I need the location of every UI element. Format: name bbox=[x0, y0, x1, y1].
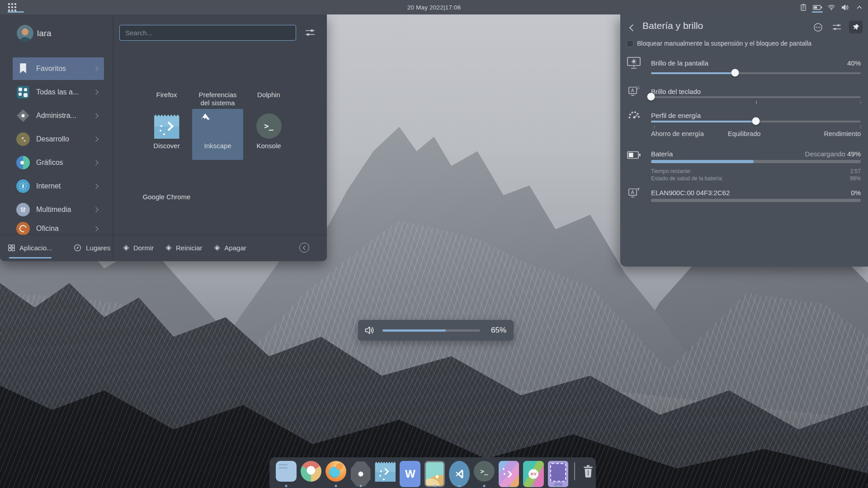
dock-item-screen-tool[interactable] bbox=[548, 461, 568, 487]
chevron-right-icon bbox=[93, 66, 98, 71]
profile-stop-rendimiento[interactable]: Rendimiento bbox=[824, 130, 861, 137]
app-google-chrome[interactable]: Google Chrome bbox=[141, 160, 192, 211]
dock-item-system-settings[interactable] bbox=[350, 461, 371, 487]
dock-item-konsole[interactable]: >_ bbox=[474, 461, 495, 487]
sidebar-item-label: Desarrollo bbox=[36, 135, 69, 143]
dock-item-kdenlive[interactable] bbox=[499, 461, 519, 487]
kvantum-icon: KV bbox=[523, 461, 543, 487]
shutdown-icon bbox=[214, 245, 220, 251]
volume-slider[interactable] bbox=[382, 329, 480, 332]
app-konsole[interactable]: >_ Konsole bbox=[243, 109, 294, 160]
time-remaining-label: Tiempo restante: bbox=[651, 168, 692, 174]
sidebar-item-todas-las-aplicaciones[interactable]: Todas las a... bbox=[13, 81, 104, 103]
system-settings-icon bbox=[350, 461, 371, 487]
tab-aplicaciones[interactable]: Aplicacio... bbox=[8, 235, 52, 261]
dock-item-vscode[interactable] bbox=[449, 461, 469, 487]
slider-handle[interactable] bbox=[752, 117, 760, 125]
dock-item-w-app[interactable]: W bbox=[400, 461, 420, 487]
app-label: Firefox bbox=[156, 91, 177, 99]
battery-progress bbox=[651, 160, 861, 163]
running-indicator bbox=[483, 485, 485, 487]
lock-suspend-checkbox[interactable]: Bloquear manualmente la suspensión y el … bbox=[627, 40, 811, 47]
dock-item-google-chrome[interactable] bbox=[301, 461, 321, 487]
bookmark-icon bbox=[16, 62, 30, 75]
development-icon bbox=[16, 132, 30, 146]
app-dolphin[interactable]: Dolphin bbox=[243, 58, 294, 109]
dolphin-icon bbox=[276, 461, 297, 482]
sidebar-item-internet[interactable]: Internet bbox=[13, 175, 104, 197]
time-remaining-value: 2:57 bbox=[850, 168, 861, 174]
app-firefox[interactable]: Firefox bbox=[141, 58, 192, 109]
slider-handle[interactable] bbox=[731, 69, 739, 77]
configure-button[interactable] bbox=[830, 21, 844, 33]
chevron-right-icon bbox=[93, 113, 98, 118]
sidebar-item-desarrollo[interactable]: Desarrollo bbox=[13, 128, 104, 150]
sleep-button[interactable]: Dormir bbox=[123, 244, 154, 252]
running-indicator bbox=[434, 485, 436, 487]
dock-item-dolphin[interactable] bbox=[276, 461, 297, 487]
expand-tray-icon[interactable] bbox=[854, 0, 864, 14]
power-profile-icon bbox=[627, 108, 641, 122]
wifi-icon[interactable] bbox=[826, 0, 836, 14]
discover-icon bbox=[375, 461, 396, 482]
tab-lugares[interactable]: Lugares bbox=[74, 235, 110, 261]
dock-separator bbox=[574, 462, 575, 480]
clipboard-icon[interactable] bbox=[798, 0, 808, 14]
pin-button[interactable] bbox=[849, 21, 863, 33]
battery-tray-icon[interactable] bbox=[812, 0, 822, 14]
shutdown-button[interactable]: Apagar bbox=[214, 244, 246, 252]
panel-actions bbox=[811, 21, 863, 33]
app-inkscape[interactable]: Inkscape bbox=[192, 109, 243, 160]
peripheral-keyboard-icon: A bbox=[627, 186, 641, 200]
more-options-button[interactable] bbox=[811, 21, 825, 33]
trash-icon bbox=[583, 465, 594, 478]
internet-icon bbox=[16, 179, 30, 193]
konsole-icon: >_ bbox=[474, 461, 495, 482]
dock-item-trash[interactable] bbox=[580, 461, 596, 482]
sidebar-item-label: Favoritos bbox=[36, 65, 66, 73]
dock-item-kvantum[interactable]: KV bbox=[523, 461, 543, 487]
konsole-icon: >_ bbox=[256, 113, 282, 139]
peripheral-progress bbox=[651, 199, 861, 202]
keyboard-brightness-slider[interactable] bbox=[651, 93, 861, 100]
battery-health-label: Estado de salud de la batería: bbox=[651, 175, 723, 182]
search-input[interactable] bbox=[119, 25, 296, 41]
dock-item-gwenview[interactable] bbox=[425, 461, 445, 487]
running-indicator bbox=[285, 485, 288, 487]
battery-health-value: 96% bbox=[850, 175, 861, 182]
sidebar-item-favoritos[interactable]: Favoritos bbox=[13, 57, 104, 80]
speaker-icon bbox=[364, 325, 375, 335]
avatar[interactable] bbox=[17, 25, 33, 42]
graphics-icon bbox=[16, 156, 30, 169]
app-discover[interactable]: Discover bbox=[141, 109, 192, 160]
dock-item-firefox[interactable] bbox=[326, 461, 346, 487]
battery-status: Descargando 49% bbox=[805, 150, 861, 158]
restart-button[interactable]: Reiniciar bbox=[165, 244, 202, 252]
dock: W >_ KV bbox=[269, 457, 596, 488]
clock[interactable]: 20 May 2022|17:06 bbox=[0, 0, 868, 14]
svg-text:A: A bbox=[631, 88, 634, 93]
vscode-icon bbox=[449, 461, 469, 487]
checkbox bbox=[627, 40, 633, 47]
back-button[interactable] bbox=[627, 22, 637, 33]
running-indicator bbox=[335, 485, 337, 487]
session-actions: Dormir Reiniciar Apagar bbox=[123, 235, 246, 261]
app-preferencias-del-sistema[interactable]: Preferencias del sistema bbox=[192, 58, 243, 109]
sidebar-item-label: Oficina bbox=[36, 225, 59, 233]
sidebar-item-graficos[interactable]: Gráficos bbox=[13, 151, 104, 174]
collapse-button[interactable] bbox=[299, 243, 309, 253]
screen-brightness-label: Brillo de la pantalla bbox=[651, 59, 708, 67]
battery-icon bbox=[627, 148, 641, 162]
power-profile-slider[interactable] bbox=[651, 117, 861, 125]
volume-osd: 65% bbox=[358, 320, 514, 341]
active-underline bbox=[812, 11, 823, 13]
screen-brightness-value: 40% bbox=[847, 59, 861, 67]
sidebar-item-oficina[interactable]: Oficina bbox=[13, 222, 104, 235]
sidebar-item-multimedia[interactable]: Multimedia bbox=[13, 198, 104, 221]
sidebar-item-administracion[interactable]: Administra... bbox=[13, 104, 104, 127]
filter-icon[interactable] bbox=[305, 28, 316, 38]
dock-item-discover[interactable] bbox=[375, 461, 396, 487]
screen-brightness-slider[interactable] bbox=[651, 69, 861, 76]
slider-handle[interactable] bbox=[647, 93, 655, 101]
volume-tray-icon[interactable] bbox=[840, 0, 850, 14]
